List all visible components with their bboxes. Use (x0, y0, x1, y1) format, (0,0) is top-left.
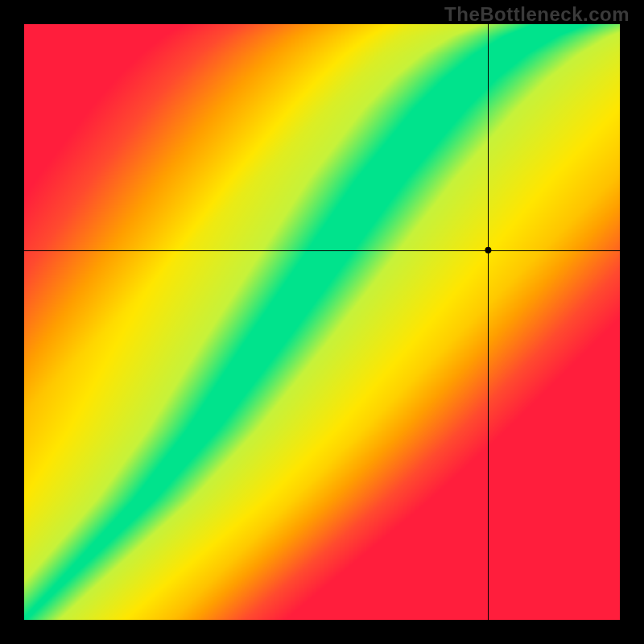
chart-frame: TheBottleneck.com (0, 0, 644, 644)
bottleneck-heatmap (24, 24, 620, 620)
watermark-text: TheBottleneck.com (444, 3, 630, 26)
